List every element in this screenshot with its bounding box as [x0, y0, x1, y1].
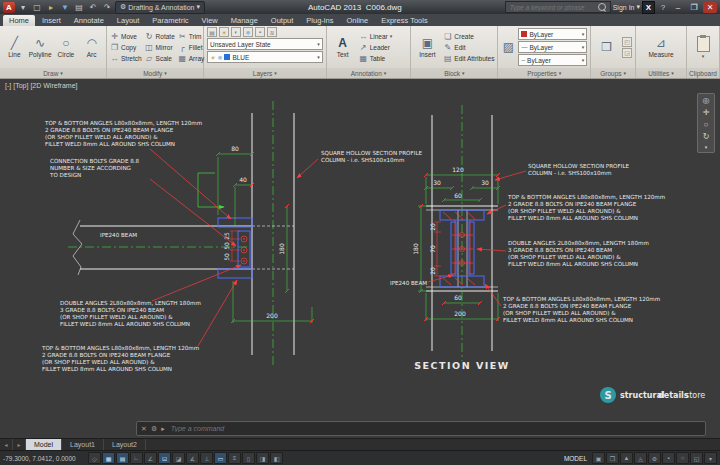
array-button[interactable]: ▦Array [178, 53, 205, 63]
save-button[interactable]: ▼ [59, 2, 71, 13]
exchange-apps-icon[interactable]: X [642, 1, 655, 14]
annotation-panel-label[interactable]: Annotation▾ [327, 68, 411, 78]
steering-wheel-icon[interactable]: ◎ [703, 96, 710, 105]
tab-layout2[interactable]: Layout2 [104, 439, 146, 450]
linetype-dropdown[interactable]: ┄ByLayer▾ [518, 54, 587, 66]
ducs-toggle[interactable]: ⊥ [200, 452, 213, 464]
infer-constraints-toggle[interactable]: ◇ [88, 452, 101, 464]
insert-block-button[interactable]: ▣Insert [414, 37, 440, 58]
paste-button[interactable]: ▾ [690, 36, 716, 59]
polar-toggle[interactable]: ∠ [144, 452, 157, 464]
object-color-dropdown[interactable]: ByLayer▾ [518, 28, 587, 40]
lock-ui-icon[interactable]: ▪ [662, 452, 675, 464]
group-button[interactable]: ❒ [594, 41, 619, 54]
orbit-icon[interactable]: ↻ [703, 132, 710, 141]
workspace-switch-icon[interactable]: ⚙ [648, 452, 661, 464]
command-line[interactable]: ✕ ⚙ ▸ [136, 421, 706, 436]
match-properties-button[interactable]: ▨ [501, 41, 515, 54]
tpy-toggle[interactable]: ▯ [242, 452, 255, 464]
layers-panel-label[interactable]: Layers▾ [204, 68, 326, 78]
minimize-button[interactable]: – [671, 2, 685, 13]
create-block-button[interactable]: ❏Create [443, 31, 494, 41]
properties-panel-label[interactable]: Properties▾ [498, 68, 590, 78]
clean-screen-icon[interactable]: ◱ [690, 452, 703, 464]
tab-insert[interactable]: Insert [36, 15, 67, 26]
edit-attributes-button[interactable]: ▤Edit Attributes [443, 53, 494, 63]
restore-button[interactable]: ❐ [687, 2, 701, 13]
otrack-toggle[interactable]: ∡ [186, 452, 199, 464]
move-button[interactable]: ✛Move [110, 31, 142, 41]
ungroup-icon[interactable]: ◰ [622, 37, 632, 47]
tab-manage[interactable]: Manage [225, 15, 264, 26]
tab-model[interactable]: Model [26, 439, 62, 450]
osnap-toggle[interactable]: ⊡ [158, 452, 171, 464]
trim-button[interactable]: ✂Trim [178, 31, 205, 41]
tab-plugins[interactable]: Plug-ins [300, 15, 339, 26]
qp-toggle[interactable]: ◨ [256, 452, 269, 464]
tab-view[interactable]: View [196, 15, 224, 26]
search-input[interactable] [508, 3, 598, 12]
lineweight-dropdown[interactable]: —ByLayer▾ [518, 41, 587, 53]
app-menu-caret-icon[interactable]: ▾ [17, 2, 29, 13]
grid-toggle[interactable]: ▤ [116, 452, 129, 464]
viewport-visual-style-control[interactable]: [2D Wireframe] [30, 82, 77, 89]
circle-button[interactable]: ○Circle [55, 37, 78, 58]
workspace-switcher[interactable]: ⚙ Drafting & Annotation ▾ [115, 1, 205, 14]
fillet-button[interactable]: ╭Fillet [178, 42, 205, 52]
layout-nav-forward-icon[interactable]: ▸ [13, 439, 26, 450]
leader-button[interactable]: ↗Leader [359, 42, 393, 52]
close-button[interactable]: ✕ [703, 2, 717, 13]
zoom-icon[interactable]: ○ [704, 120, 709, 129]
command-input[interactable] [169, 424, 701, 433]
draw-panel-label[interactable]: Draw▾ [0, 68, 106, 78]
stretch-button[interactable]: ↔Stretch [110, 53, 142, 63]
layer-match-icon[interactable]: ≋ [267, 27, 277, 37]
sc-toggle[interactable]: ◧ [270, 452, 283, 464]
tab-express-tools[interactable]: Express Tools [375, 15, 434, 26]
rotate-button[interactable]: ↻Rotate [145, 31, 175, 41]
edit-block-button[interactable]: ✎Edit [443, 42, 494, 52]
coordinate-readout[interactable]: -79.3000, 7.0412, 0.0000 [3, 455, 87, 462]
3dosnap-toggle[interactable]: ◪ [172, 452, 185, 464]
tab-home[interactable]: Home [3, 15, 35, 26]
model-space-button[interactable]: MODEL [560, 455, 591, 462]
linear-dimension-button[interactable]: ↔Linear▾ [359, 31, 393, 41]
infocenter-search[interactable] [505, 1, 611, 13]
polyline-button[interactable]: ∿Polyline [29, 37, 52, 58]
tab-layout1[interactable]: Layout1 [62, 439, 104, 450]
tab-online[interactable]: Online [340, 15, 374, 26]
layer-freeze-icon[interactable]: ❄ [243, 27, 253, 37]
measure-button[interactable]: ⊿Measure [648, 37, 674, 58]
snap-toggle[interactable]: ▦ [102, 452, 115, 464]
tab-output[interactable]: Output [265, 15, 300, 26]
annotation-visibility-icon[interactable]: ◬ [634, 452, 647, 464]
plot-button[interactable]: ▤ [73, 2, 85, 13]
tab-parametric[interactable]: Parametric [146, 15, 194, 26]
quick-view-drawings-icon[interactable]: ❐ [606, 452, 619, 464]
lwt-toggle[interactable]: ≡ [228, 452, 241, 464]
modify-panel-label[interactable]: Modify▾ [107, 68, 203, 78]
more-tools-icon[interactable]: ▾ [705, 144, 708, 150]
undo-button[interactable]: ↶ [87, 2, 99, 13]
search-icon[interactable] [598, 3, 606, 11]
tab-layout[interactable]: Layout [111, 15, 146, 26]
layer-lock-icon[interactable]: ▪ [255, 27, 265, 37]
isolate-objects-icon[interactable]: ○ [676, 452, 689, 464]
viewport-menu-control[interactable]: [-] [5, 82, 11, 89]
status-menu-icon[interactable]: ▾ [704, 452, 717, 464]
layer-isolate-icon[interactable]: ◐ [231, 27, 241, 37]
pan-icon[interactable]: ✛ [703, 108, 710, 117]
group-edit-icon[interactable]: ◲ [622, 48, 632, 58]
help-button[interactable]: ? [657, 2, 669, 13]
utilities-panel-label[interactable]: Utilities▾ [636, 68, 686, 78]
layer-off-icon[interactable]: ☀ [219, 27, 229, 37]
drawing-canvas[interactable]: 80 40 25 50 50 180 200 [0, 79, 720, 438]
arc-button[interactable]: ◠Arc [80, 37, 103, 58]
annotation-scale-icon[interactable]: ▲ [620, 452, 633, 464]
groups-panel-label[interactable]: Groups▾ [591, 68, 635, 78]
autocad-logo-icon[interactable]: A [3, 2, 15, 13]
table-button[interactable]: ▦Table [359, 53, 393, 63]
open-button[interactable]: ▸ [45, 2, 57, 13]
layout-nav-back-icon[interactable]: ◂ [0, 439, 13, 450]
sign-in-button[interactable]: Sign In▾ [613, 3, 640, 11]
